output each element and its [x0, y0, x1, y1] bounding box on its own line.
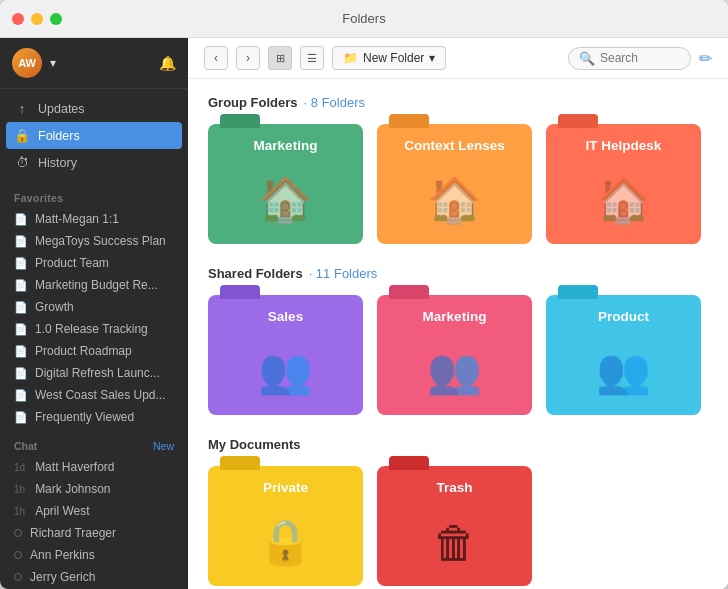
fav-label: Product Roadmap	[35, 344, 132, 358]
folder-name: Product	[546, 309, 701, 324]
search-box: 🔍	[568, 47, 691, 70]
shared-folders-title: Shared Folders · 11 Folders	[208, 266, 708, 281]
user-name: ▾	[50, 56, 151, 70]
fav-item-release-tracking[interactable]: 📄 1.0 Release Tracking	[0, 318, 188, 340]
chat-time: 1d	[14, 462, 25, 473]
fav-item-digital-refresh[interactable]: 📄 Digital Refresh Launc...	[0, 362, 188, 384]
fav-label: 1.0 Release Tracking	[35, 322, 148, 336]
fav-label: Matt-Megan 1:1	[35, 212, 119, 226]
chevron-down-icon: ▾	[429, 51, 435, 65]
chat-name: Richard Traeger	[30, 526, 116, 540]
chat-item-mark[interactable]: 1h Mark Johnson	[0, 478, 188, 500]
search-input[interactable]	[600, 51, 680, 65]
fav-item-frequently-viewed[interactable]: 📄 Frequently Viewed	[0, 406, 188, 428]
group-folders-grid: Marketing 🏠 Context Lenses 🏠 IT Helpdesk…	[208, 124, 708, 244]
minimize-button[interactable]	[31, 13, 43, 25]
fav-item-growth[interactable]: 📄 Growth	[0, 296, 188, 318]
sidebar-item-updates-label: Updates	[38, 102, 85, 116]
folder-name: Marketing	[377, 309, 532, 324]
maximize-button[interactable]	[50, 13, 62, 25]
window-title: Folders	[342, 11, 385, 26]
folder-product[interactable]: Product 👥	[546, 295, 701, 415]
online-dot	[14, 573, 22, 581]
chat-new-button[interactable]: New	[153, 440, 174, 452]
people-icon: 👥	[258, 345, 313, 397]
avatar[interactable]: AW	[12, 48, 42, 78]
my-documents-label: My Documents	[208, 437, 300, 452]
sidebar-item-updates[interactable]: ↑ Updates	[0, 95, 188, 122]
folder-icon: 📁	[343, 51, 358, 65]
folder-marketing-shared[interactable]: Marketing 👥	[377, 295, 532, 415]
online-dot	[14, 551, 22, 559]
doc-icon: 📄	[14, 279, 28, 292]
doc-icon: 📄	[14, 323, 28, 336]
titlebar: Folders	[0, 0, 728, 38]
home-icon: 🏠	[427, 174, 482, 226]
folder-sales[interactable]: Sales 👥	[208, 295, 363, 415]
main-layout: AW ▾ 🔔 ↑ Updates 🔒 Folders ⏱ History	[0, 38, 728, 589]
group-folders-label: Group Folders	[208, 95, 298, 110]
sidebar-item-folders[interactable]: 🔒 Folders	[6, 122, 182, 149]
compose-icon[interactable]: ✏	[699, 49, 712, 68]
fav-item-product-roadmap[interactable]: 📄 Product Roadmap	[0, 340, 188, 362]
folder-name: Trash	[377, 480, 532, 495]
chat-item-ann[interactable]: Ann Perkins	[0, 544, 188, 566]
chat-name: Mark Johnson	[35, 482, 110, 496]
chat-section-label: Chat	[14, 440, 37, 452]
updates-icon: ↑	[14, 101, 30, 116]
fav-item-matt-megan[interactable]: 📄 Matt-Megan 1:1	[0, 208, 188, 230]
doc-icon: 📄	[14, 345, 28, 358]
sidebar-item-history[interactable]: ⏱ History	[0, 149, 188, 176]
content-area: ‹ › ⊞ ☰ 📁 New Folder ▾ 🔍 ✏	[188, 38, 728, 589]
chat-item-richard[interactable]: Richard Traeger	[0, 522, 188, 544]
sidebar-item-history-label: History	[38, 156, 77, 170]
list-view-button[interactable]: ☰	[300, 46, 324, 70]
sidebar-item-folders-label: Folders	[38, 129, 80, 143]
fav-label: MegaToys Success Plan	[35, 234, 166, 248]
sidebar-navigation: ↑ Updates 🔒 Folders ⏱ History	[0, 89, 188, 182]
home-icon: 🏠	[258, 174, 313, 226]
favorites-section-label: Favorites	[0, 182, 188, 208]
online-dot	[14, 529, 22, 537]
new-folder-button[interactable]: 📁 New Folder ▾	[332, 46, 446, 70]
fav-label: Frequently Viewed	[35, 410, 134, 424]
shared-folders-label: Shared Folders	[208, 266, 303, 281]
folder-name: Context Lenses	[377, 138, 532, 153]
fav-item-product-team[interactable]: 📄 Product Team	[0, 252, 188, 274]
folder-trash[interactable]: Trash 🗑	[377, 466, 532, 586]
chat-header: Chat New	[0, 432, 188, 456]
chat-item-april[interactable]: 1h April West	[0, 500, 188, 522]
folder-private[interactable]: Private 🔒	[208, 466, 363, 586]
chat-time: 1h	[14, 484, 25, 495]
doc-icon: 📄	[14, 367, 28, 380]
forward-button[interactable]: ›	[236, 46, 260, 70]
toolbar: ‹ › ⊞ ☰ 📁 New Folder ▾ 🔍 ✏	[188, 38, 728, 79]
favorites-list: 📄 Matt-Megan 1:1 📄 MegaToys Success Plan…	[0, 208, 188, 428]
folders-area: Group Folders · 8 Folders Marketing 🏠 Co…	[188, 79, 728, 589]
folder-context-lenses[interactable]: Context Lenses 🏠	[377, 124, 532, 244]
shared-folders-count: · 11 Folders	[309, 266, 378, 281]
fav-item-west-coast[interactable]: 📄 West Coast Sales Upd...	[0, 384, 188, 406]
fav-item-marketing-budget[interactable]: 📄 Marketing Budget Re...	[0, 274, 188, 296]
home-icon: 🏠	[596, 174, 651, 226]
chat-item-matt[interactable]: 1d Matt Haverford	[0, 456, 188, 478]
search-icon: 🔍	[579, 51, 595, 66]
close-button[interactable]	[12, 13, 24, 25]
fav-item-megatoys[interactable]: 📄 MegaToys Success Plan	[0, 230, 188, 252]
folder-it-helpdesk[interactable]: IT Helpdesk 🏠	[546, 124, 701, 244]
back-button[interactable]: ‹	[204, 46, 228, 70]
bell-icon[interactable]: 🔔	[159, 55, 176, 71]
grid-view-button[interactable]: ⊞	[268, 46, 292, 70]
fav-label: Marketing Budget Re...	[35, 278, 158, 292]
folder-marketing[interactable]: Marketing 🏠	[208, 124, 363, 244]
chat-section: Chat New 1d Matt Haverford 1h Mark Johns…	[0, 428, 188, 589]
doc-icon: 📄	[14, 213, 28, 226]
fav-label: West Coast Sales Upd...	[35, 388, 166, 402]
folder-name: IT Helpdesk	[546, 138, 701, 153]
app-window: Folders AW ▾ 🔔 ↑ Updates 🔒 Folders	[0, 0, 728, 589]
my-documents-grid: Private 🔒 Trash 🗑	[208, 466, 708, 586]
shared-folders-grid: Sales 👥 Marketing 👥 Product 👥	[208, 295, 708, 415]
chat-name: Matt Haverford	[35, 460, 114, 474]
chat-item-jerry[interactable]: Jerry Gerich	[0, 566, 188, 588]
my-documents-title: My Documents	[208, 437, 708, 452]
